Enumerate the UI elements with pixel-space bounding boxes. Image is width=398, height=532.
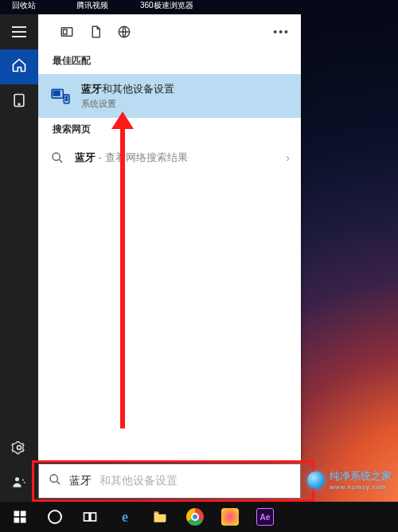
filter-documents[interactable]	[81, 18, 110, 46]
svg-point-3	[15, 477, 19, 481]
hamburger-icon	[12, 26, 26, 37]
screen-root: 回收站 腾讯视频 360极速浏览器	[0, 0, 398, 532]
rail-settings[interactable]	[0, 432, 38, 467]
svg-point-2	[18, 446, 21, 450]
desktop-icon-recycle-bin[interactable]: 回收站	[3, 0, 45, 14]
watermark: 纯净系统之家 www.kzmsy.com	[307, 469, 392, 491]
taskbar-file-explorer[interactable]	[143, 502, 177, 532]
svg-point-16	[50, 475, 57, 482]
svg-point-1	[18, 104, 20, 105]
desktop-icon-row: 回收站 腾讯视频 360极速浏览器	[0, 0, 398, 14]
svg-point-14	[66, 99, 68, 100]
cortana-button[interactable]	[38, 502, 72, 532]
svg-rect-22	[91, 513, 96, 521]
svg-rect-21	[84, 513, 90, 521]
svg-rect-18	[21, 511, 26, 517]
rail-apps[interactable]	[0, 84, 38, 119]
best-match-result[interactable]: 蓝牙和其他设备设置 系统设置	[38, 74, 301, 118]
media-app-icon	[221, 508, 239, 526]
best-match-header: 最佳匹配	[38, 49, 301, 74]
filter-all[interactable]	[53, 18, 81, 46]
desktop-icon-360-browser[interactable]: 360极速浏览器	[140, 0, 181, 14]
svg-rect-11	[57, 93, 60, 95]
taskbar-edge[interactable]: e	[108, 502, 142, 532]
chevron-right-icon: ›	[286, 151, 290, 164]
panel-more-button[interactable]: •••	[270, 25, 293, 38]
taskbar-after-effects[interactable]: Ae	[248, 502, 282, 532]
person-icon	[11, 475, 27, 494]
svg-point-15	[53, 153, 60, 160]
settings-result-icon	[49, 85, 72, 108]
filter-web[interactable]	[110, 18, 139, 46]
svg-point-13	[66, 96, 68, 98]
search-input[interactable]: 蓝牙和其他设备设置	[38, 464, 301, 499]
task-view-button[interactable]	[73, 502, 107, 532]
svg-rect-8	[53, 91, 56, 92]
taskbar-media-app[interactable]	[213, 502, 247, 532]
web-search-result[interactable]: 蓝牙 - 查看网络搜索结果 ›	[38, 143, 301, 173]
search-autocomplete-ghost: 和其他设备设置	[100, 474, 178, 488]
search-left-rail	[0, 14, 38, 502]
edge-icon: e	[122, 509, 128, 526]
search-typed-text: 蓝牙	[69, 474, 92, 488]
search-icon	[49, 473, 61, 489]
panel-filter-row: •••	[38, 14, 301, 49]
svg-rect-17	[14, 511, 20, 517]
svg-rect-19	[14, 518, 20, 523]
apps-icon	[11, 92, 27, 111]
svg-rect-20	[21, 518, 26, 523]
cortana-icon	[48, 510, 62, 524]
home-icon	[11, 57, 27, 76]
chrome-icon	[186, 508, 204, 526]
gear-icon	[11, 440, 27, 459]
search-results-panel: ••• 最佳匹配 蓝牙和其他设备设置 系统设置	[38, 14, 301, 460]
web-search-header: 搜索网页	[38, 118, 301, 143]
menu-button[interactable]	[0, 14, 38, 49]
desktop-icon-tencent-video[interactable]: 腾讯视频	[72, 0, 113, 14]
svg-rect-9	[53, 93, 56, 95]
rail-feedback[interactable]	[0, 467, 38, 502]
svg-rect-5	[64, 29, 68, 34]
start-button[interactable]	[3, 502, 37, 532]
rail-home[interactable]	[0, 49, 38, 84]
search-icon	[49, 151, 65, 164]
best-match-text: 蓝牙和其他设备设置 系统设置	[81, 82, 174, 110]
svg-rect-10	[57, 91, 60, 92]
taskbar-chrome[interactable]	[178, 502, 212, 532]
watermark-logo-icon	[307, 471, 325, 489]
after-effects-icon: Ae	[256, 508, 274, 526]
taskbar: e Ae	[0, 502, 398, 532]
